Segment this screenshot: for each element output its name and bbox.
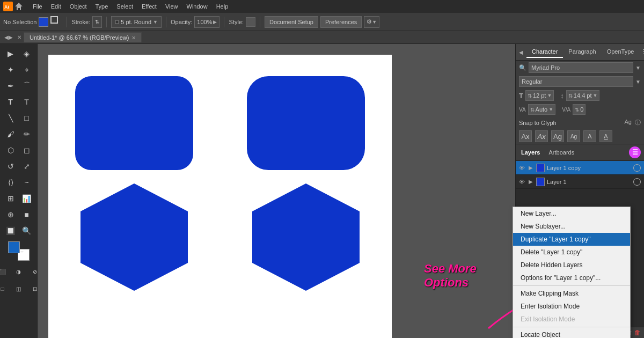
preferences-button[interactable]: Preferences (320, 16, 362, 28)
tab-panel-close[interactable]: ✕ (15, 34, 24, 40)
ctx-make-clipping-mask[interactable]: Make Clipping Mask (513, 287, 630, 300)
draw-normal-btn[interactable]: □ (0, 281, 10, 296)
menu-window[interactable]: Window (183, 2, 211, 11)
opacity-arrow[interactable]: ▶ (213, 19, 217, 25)
no-fill-btn[interactable]: ⊘ (27, 264, 38, 279)
panel-collapse-icon[interactable]: ◀ (519, 49, 523, 55)
delete-layer-btn[interactable]: 🗑 (634, 329, 641, 336)
tab-artboards[interactable]: Artboards (546, 148, 576, 157)
style-btn-ax-italic[interactable]: Ax (535, 130, 548, 142)
curvature-tool[interactable]: ⌒ (19, 78, 34, 93)
style-dropdown-arrow[interactable]: ▼ (635, 79, 641, 85)
leading-stepper[interactable]: ⇅ (568, 93, 573, 99)
stroke-cap-pill[interactable]: 5 pt. Round ▼ (111, 16, 162, 28)
ctx-delete-layer[interactable]: Delete "Layer 1 copy" (513, 246, 630, 259)
pencil-tool[interactable]: ✏ (19, 127, 34, 142)
ctx-duplicate-layer[interactable]: Duplicate "Layer 1 copy" (513, 233, 630, 246)
tracking-field[interactable]: ⇅ 0 (573, 104, 586, 115)
draw-inside-btn[interactable]: ⊡ (27, 281, 38, 296)
layer-select-circle-1[interactable] (633, 178, 641, 186)
zoom-tool[interactable]: 🔍 (19, 223, 34, 238)
touch-type-tool[interactable]: T (19, 94, 34, 109)
document-setup-button[interactable]: Document Setup (265, 16, 318, 28)
foreground-color-swatch[interactable] (8, 241, 20, 253)
rounded-rect-topright[interactable] (247, 76, 365, 170)
menu-edit[interactable]: Edit (47, 2, 65, 11)
tracking-stepper[interactable]: ⇅ (575, 107, 579, 113)
layer-expand-icon-0[interactable]: ▶ (529, 165, 534, 171)
layers-menu-button[interactable]: ☰ (629, 146, 641, 158)
gradient-tool[interactable]: ■ (19, 207, 34, 222)
tab-close-btn[interactable]: ✕ (131, 35, 136, 41)
font-size-dropdown[interactable]: ▼ (547, 93, 552, 98)
font-style-input[interactable] (519, 76, 633, 87)
rotate-tool[interactable]: ↺ (3, 159, 18, 174)
layer-item-1[interactable]: 👁 ▶ Layer 1 (516, 175, 644, 189)
tab-opentype[interactable]: OpenType (602, 46, 640, 58)
ctx-locate-object[interactable]: Locate Object (513, 328, 630, 338)
home-icon[interactable] (14, 2, 24, 11)
eyedropper-tool[interactable]: 🔲 (3, 223, 18, 238)
fill-swatch[interactable] (39, 17, 48, 27)
lasso-tool[interactable]: ⌖ (19, 62, 34, 77)
direct-selection-tool[interactable]: ◈ (19, 46, 34, 61)
snap-icon-ag[interactable]: Ag (625, 119, 632, 127)
swap-colors-icon[interactable]: ↔ (20, 249, 25, 254)
layer-visibility-icon-0[interactable]: 👁 (519, 165, 526, 171)
tab-arrow-left[interactable]: ◀▶ (2, 34, 15, 40)
tab-character[interactable]: Character (526, 46, 563, 58)
symbol-tool[interactable]: ⊕ (3, 207, 18, 222)
hexagon-bottomright[interactable] (247, 181, 365, 293)
pen-tool[interactable]: ✒ (3, 78, 18, 93)
paintbrush-tool[interactable]: 🖌 (3, 127, 18, 142)
font-size-field[interactable]: ⇅ 12 pt ▼ (525, 90, 554, 101)
free-transform-tool[interactable]: ⊞ (3, 191, 18, 206)
gradient-mode-btn[interactable]: ◑ (11, 264, 26, 279)
kerning-dropdown[interactable]: ▼ (548, 107, 553, 112)
scale-tool[interactable]: ⤢ (19, 159, 34, 174)
warp-tool[interactable]: ~ (19, 175, 34, 190)
style-btn-ag-smallcaps[interactable]: Ag (567, 130, 580, 142)
font-size-stepper-up[interactable]: ⇅ (528, 93, 532, 99)
ctx-enter-isolation-mode[interactable]: Enter Isolation Mode (513, 300, 630, 313)
style-btn-ag-allcaps[interactable]: Ag (551, 130, 564, 142)
style-swatch[interactable] (246, 17, 255, 27)
leading-dropdown[interactable]: ▼ (592, 93, 597, 98)
style-btn-a-sub[interactable]: A (599, 130, 612, 142)
document-tab[interactable]: Untitled-1* @ 66.67 % (RGB/Preview) ✕ (24, 32, 142, 42)
line-tool[interactable]: ╲ (3, 111, 18, 126)
layer-expand-icon-1[interactable]: ▶ (529, 179, 534, 185)
type-tool[interactable]: T (3, 94, 18, 109)
snap-info-icon[interactable]: ⓘ (635, 119, 641, 127)
width-tool[interactable]: ⟨⟩ (3, 175, 18, 190)
more-options-btn[interactable]: ⚙ ▼ (364, 16, 379, 28)
stroke-indicator[interactable] (50, 16, 58, 24)
style-btn-a-super[interactable]: A (583, 130, 596, 142)
tab-paragraph[interactable]: Paragraph (563, 46, 601, 58)
shape-tool[interactable]: □ (19, 111, 34, 126)
style-btn-ax-regular[interactable]: Ax (519, 130, 532, 142)
canvas-area[interactable]: See More Options (38, 44, 515, 338)
menu-select[interactable]: Select (113, 2, 137, 11)
font-search-input[interactable] (529, 62, 633, 73)
ctx-new-layer[interactable]: New Layer... (513, 207, 630, 220)
menu-type[interactable]: Type (92, 2, 112, 11)
kerning-field[interactable]: ⇅ Auto ▼ (528, 104, 556, 115)
layer-select-circle-0[interactable] (633, 164, 641, 172)
kerning-stepper[interactable]: ⇅ (530, 107, 535, 113)
selection-tool[interactable]: ▶ (3, 46, 18, 61)
stroke-dropdown-arrow[interactable]: ▼ (153, 19, 158, 25)
stroke-arrows[interactable]: ⇅ (92, 16, 102, 28)
font-dropdown-arrow[interactable]: ▼ (635, 65, 641, 71)
rounded-rect-topleft[interactable] (75, 76, 193, 170)
magic-wand-tool[interactable]: ✦ (3, 62, 18, 77)
shaper-tool[interactable]: ⬡ (3, 143, 18, 158)
fill-mode-btn[interactable]: ⬛ (0, 264, 10, 279)
menu-view[interactable]: View (162, 2, 182, 11)
menu-help[interactable]: Help (213, 2, 232, 11)
ctx-new-sublayer[interactable]: New Sublayer... (513, 220, 630, 233)
menu-effect[interactable]: Effect (138, 2, 160, 11)
eraser-tool[interactable]: ◻ (19, 143, 34, 158)
draw-behind-btn[interactable]: ◫ (11, 281, 26, 296)
chart-tool[interactable]: 📊 (19, 191, 34, 206)
